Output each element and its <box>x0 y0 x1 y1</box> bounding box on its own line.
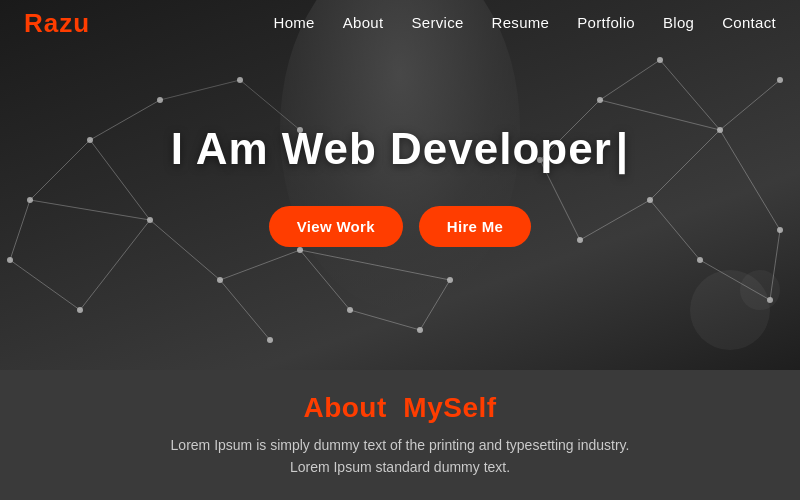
svg-point-37 <box>347 307 353 313</box>
about-title: About MySelf <box>303 392 496 424</box>
about-title-plain: About <box>303 392 386 423</box>
nav-link-service[interactable]: Service <box>411 14 463 31</box>
nav-item-contact[interactable]: Contact <box>722 14 776 32</box>
svg-point-34 <box>217 277 223 283</box>
hire-me-button[interactable]: Hire Me <box>419 206 531 247</box>
svg-line-13 <box>300 250 450 280</box>
nav-item-home[interactable]: Home <box>274 14 315 32</box>
svg-line-14 <box>600 60 660 100</box>
svg-point-39 <box>447 277 453 283</box>
hero-section: I Am Web Developer View Work Hire Me <box>0 0 800 370</box>
nav-item-about[interactable]: About <box>343 14 384 32</box>
svg-point-43 <box>777 77 783 83</box>
hero-buttons: View Work Hire Me <box>171 206 629 247</box>
svg-line-3 <box>90 100 160 140</box>
hero-content: I Am Web Developer View Work Hire Me <box>171 124 629 247</box>
nav-item-resume[interactable]: Resume <box>492 14 550 32</box>
svg-line-8 <box>220 280 270 340</box>
nav-link-contact[interactable]: Contact <box>722 14 776 31</box>
svg-line-22 <box>650 200 700 260</box>
view-work-button[interactable]: View Work <box>269 206 403 247</box>
nav-item-blog[interactable]: Blog <box>663 14 694 32</box>
svg-point-40 <box>597 97 603 103</box>
svg-point-41 <box>657 57 663 63</box>
about-section: About MySelf Lorem Ipsum is simply dummy… <box>0 370 800 500</box>
svg-line-15 <box>660 60 720 130</box>
svg-line-4 <box>10 200 30 260</box>
nav-link-portfolio[interactable]: Portfolio <box>577 14 635 31</box>
svg-point-29 <box>87 137 93 143</box>
svg-line-1 <box>90 140 150 220</box>
svg-point-42 <box>717 127 723 133</box>
svg-line-0 <box>30 140 90 200</box>
svg-line-17 <box>720 80 780 130</box>
svg-point-53 <box>740 270 780 310</box>
site-logo[interactable]: Razu <box>24 8 90 39</box>
svg-point-47 <box>697 257 703 263</box>
svg-line-5 <box>10 260 80 310</box>
svg-line-6 <box>80 220 150 310</box>
about-title-accent: MySelf <box>403 392 496 423</box>
svg-line-10 <box>300 250 350 310</box>
svg-point-35 <box>267 337 273 343</box>
svg-line-12 <box>420 280 450 330</box>
svg-point-38 <box>417 327 423 333</box>
nav-item-service[interactable]: Service <box>411 14 463 32</box>
nav-item-portfolio[interactable]: Portfolio <box>577 14 635 32</box>
nav-link-home[interactable]: Home <box>274 14 315 31</box>
svg-point-36 <box>297 247 303 253</box>
svg-line-21 <box>650 130 720 200</box>
nav-link-blog[interactable]: Blog <box>663 14 694 31</box>
svg-line-9 <box>220 250 300 280</box>
svg-point-32 <box>7 257 13 263</box>
navbar: Razu Home About Service Resume Portfolio… <box>0 0 800 46</box>
svg-point-49 <box>777 227 783 233</box>
about-description: Lorem Ipsum is simply dummy text of the … <box>160 434 640 479</box>
svg-line-11 <box>350 310 420 330</box>
svg-point-46 <box>647 197 653 203</box>
nav-link-resume[interactable]: Resume <box>492 14 550 31</box>
svg-point-30 <box>147 217 153 223</box>
hero-title: I Am Web Developer <box>171 124 629 174</box>
nav-link-about[interactable]: About <box>343 14 384 31</box>
svg-point-28 <box>27 197 33 203</box>
svg-line-2 <box>30 200 150 220</box>
svg-line-26 <box>160 80 240 100</box>
nav-links: Home About Service Resume Portfolio Blog… <box>274 14 776 32</box>
svg-point-50 <box>237 77 243 83</box>
svg-line-25 <box>720 130 780 230</box>
svg-line-27 <box>240 80 300 130</box>
svg-point-31 <box>157 97 163 103</box>
svg-point-33 <box>77 307 83 313</box>
